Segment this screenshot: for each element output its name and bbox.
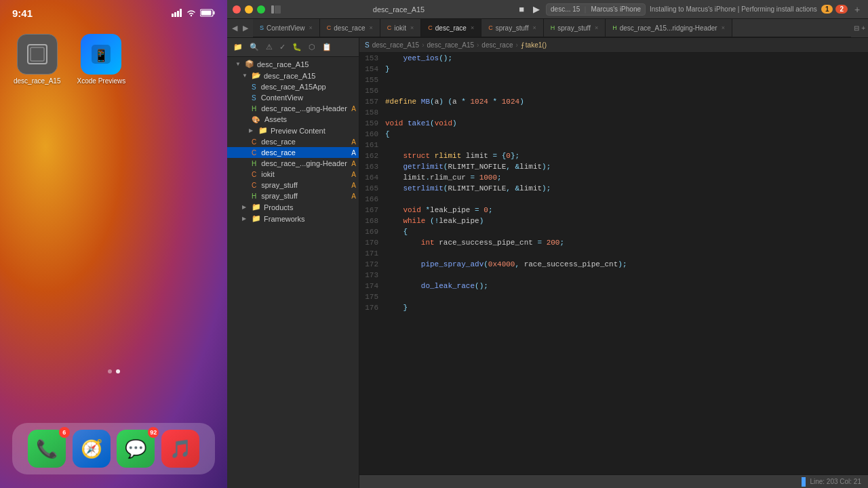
tab-spray-h[interactable]: H spray_stuff × — [544, 19, 606, 37]
nav-icon-folder[interactable]: 📁 — [231, 41, 245, 53]
ios-status-bar: 9:41 — [0, 0, 227, 20]
tab-close-spray-c[interactable]: × — [532, 24, 536, 31]
breadcrumb-1[interactable]: desc_race_A15 — [372, 41, 420, 49]
tab-contentview[interactable]: S ContentView × — [253, 19, 320, 37]
split-editor-button[interactable]: ⊟ — [854, 24, 859, 32]
nav-icon-reports[interactable]: 📋 — [320, 41, 334, 53]
breadcrumb-3[interactable]: desc_race — [481, 41, 513, 49]
tree-label-assets: Assets — [264, 115, 287, 123]
tab-icon-c1: C — [327, 24, 332, 31]
add-editor-button[interactable]: + — [852, 4, 863, 15]
tree-item-root[interactable]: ▼ 📦 desc_race_A15 — [227, 58, 359, 70]
breadcrumb-sep-1: › — [422, 41, 424, 49]
tree-label-products: Products — [264, 203, 293, 211]
code-line-155: 155 — [359, 75, 868, 85]
nav-icon-debug[interactable]: 🐛 — [290, 41, 304, 53]
signal-icon — [172, 9, 182, 17]
tab-desc-race-active[interactable]: C desc_race × — [421, 19, 481, 37]
battery-icon — [200, 9, 215, 17]
tree-item-frameworks[interactable]: ▶ 📁 Frameworks — [227, 213, 359, 224]
tree-item-spray-h[interactable]: H spray_stuff A — [227, 190, 359, 201]
tree-item-preview[interactable]: ▶ 📁 Preview Content — [227, 125, 359, 136]
tab-desc-race-1[interactable]: C desc_race × — [320, 19, 380, 37]
project-icon: 📦 — [245, 60, 254, 68]
tree-label-spray-c: spray_stuff — [261, 181, 298, 189]
error-badge[interactable]: 2 — [835, 5, 848, 14]
tab-close-contentview[interactable]: × — [309, 24, 313, 31]
tree-arrow-frameworks: ▶ — [242, 216, 249, 222]
tree-item-contentview[interactable]: S ContentView — [227, 92, 359, 103]
breadcrumb-icon: S — [365, 41, 370, 49]
dock-music[interactable]: 🎵 — [161, 430, 199, 468]
tab-close-iokit[interactable]: × — [410, 24, 414, 31]
cursor-position: Line: 203 Col: 21 — [810, 478, 861, 485]
close-button[interactable] — [233, 5, 241, 14]
nav-forward-button[interactable]: ▶ — [241, 22, 250, 34]
nav-icon-issues[interactable]: ⚠ — [264, 41, 275, 53]
breadcrumb-func[interactable]: ⨍ take1() — [521, 41, 547, 49]
tab-label-iokit: iokit — [394, 24, 406, 32]
dock-safari[interactable]: 🧭 — [73, 430, 111, 468]
tree-item-spray-c[interactable]: C spray_stuff A — [227, 180, 359, 190]
tab-close-spray-h[interactable]: × — [595, 24, 598, 31]
tree-item-group[interactable]: ▼ 📂 desc_race_A15 — [227, 70, 359, 81]
code-line-158: 158 — [359, 107, 868, 118]
scheme-selector[interactable]: desc... 15 ｜ Marcus's iPhone — [546, 3, 646, 16]
nav-icon-source[interactable]: 🔍 — [248, 41, 261, 53]
code-line-175: 175 — [359, 291, 868, 302]
nav-icon-tests[interactable]: ✓ — [277, 41, 288, 53]
tab-close-1[interactable]: × — [369, 24, 372, 31]
badge-iokit: A — [351, 171, 356, 178]
svg-rect-6 — [214, 12, 215, 15]
warning-badge[interactable]: 1 — [821, 5, 833, 14]
badge-desc-race-selected: A — [351, 149, 356, 157]
tab-close-bridging[interactable]: × — [722, 24, 725, 31]
svg-rect-3 — [180, 9, 182, 17]
code-line-174: 174 do_leak_race(); — [359, 281, 868, 291]
code-line-157: 157 #define MB(a) (a * 1024 * 1024) — [359, 96, 868, 107]
code-line-165: 165 setrlimit(RLIMIT_NOFILE, &limit); — [359, 183, 868, 194]
tree-item-products[interactable]: ▶ 📁 Products — [227, 201, 359, 213]
folder-icon-preview: 📁 — [258, 126, 268, 135]
code-line-164: 164 limit.rlim_cur = 1000; — [359, 172, 868, 183]
tree-item-app[interactable]: S desc_race_A15App — [227, 81, 359, 92]
tab-label-desc-race-1: desc_race — [334, 24, 365, 32]
app-icon-xcode-previews[interactable]: 📱 Xcode Previews — [77, 34, 126, 85]
tab-spray-c[interactable]: C spray_stuff × — [481, 19, 544, 37]
tab-close-active[interactable]: × — [471, 24, 474, 31]
maximize-button[interactable] — [257, 5, 265, 14]
cursor-indicator — [802, 477, 806, 487]
tree-item-desc-race-1[interactable]: C desc_race A — [227, 136, 359, 147]
code-line-156: 156 — [359, 85, 868, 96]
add-tab-button[interactable]: + — [861, 24, 865, 32]
code-line-172: 172 pipe_spray_adv(0x4000, race_success_… — [359, 259, 868, 270]
dock-messages[interactable]: 💬 92 — [117, 430, 155, 468]
tree-item-desc-race-selected[interactable]: C desc_race A — [227, 147, 359, 158]
tree-label-desc-race-selected: desc_race — [261, 148, 296, 157]
tree-item-assets[interactable]: 🎨 Assets — [227, 114, 359, 125]
minimize-button[interactable] — [245, 5, 253, 14]
app-icon-desc-race[interactable]: desc_race_A15 — [14, 34, 61, 85]
tab-icon-iokit: C — [387, 24, 392, 31]
run-button[interactable]: ▶ — [531, 4, 542, 15]
nav-icon-breakpoints[interactable]: ⬡ — [307, 41, 317, 53]
badge-spray-h: A — [351, 192, 356, 200]
tree-item-bridging2[interactable]: H desc_race_...ging-Header A — [227, 158, 359, 169]
func-icon: ⨍ — [521, 41, 524, 49]
stop-button[interactable]: ■ — [516, 4, 527, 15]
tree-item-bridging1[interactable]: H desc_race_...ging-Header A — [227, 103, 359, 114]
breadcrumb-2[interactable]: desc_race_A15 — [427, 41, 475, 49]
tab-bar: S ContentView × C desc_race × C iokit × … — [253, 19, 851, 37]
tab-bridging[interactable]: H desc_race_A15...ridging-Header × — [606, 19, 732, 37]
sidebar-toggle-icon[interactable] — [271, 4, 281, 15]
badge-spray-c: A — [351, 182, 356, 189]
tree-label-app: desc_race_A15App — [261, 83, 326, 91]
navigator-toolbar: 📁 🔍 ⚠ ✓ 🐛 ⬡ 📋 — [227, 38, 359, 57]
folder-icon-frameworks: 📁 — [252, 214, 261, 223]
tab-iokit[interactable]: C iokit × — [380, 19, 422, 37]
dock-phone[interactable]: 📞 6 — [28, 430, 66, 468]
folder-icon-products: 📁 — [252, 203, 261, 211]
tree-item-iokit[interactable]: C iokit A — [227, 169, 359, 180]
nav-back-button[interactable]: ◀ — [230, 22, 239, 34]
code-editor[interactable]: 153 yeet_ios(); 154 } 155 156 — [359, 53, 868, 474]
